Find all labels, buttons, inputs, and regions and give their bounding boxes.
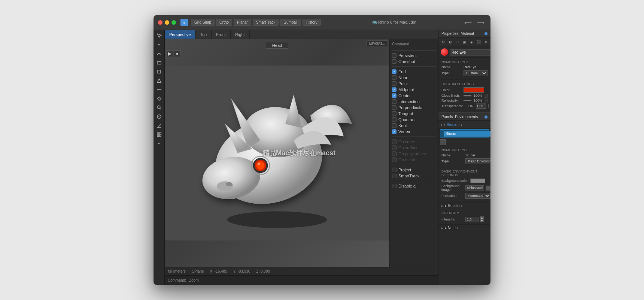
curve-tool[interactable] [155, 50, 163, 58]
transform-tool[interactable] [155, 94, 163, 103]
snap-one-shot-checkbox[interactable] [392, 59, 397, 64]
snap-one-shot[interactable]: One shot [392, 59, 436, 64]
intensity-up-btn[interactable]: ▲ [480, 216, 484, 219]
env-studio-item[interactable] [440, 129, 489, 138]
gloss-checkbox[interactable] [484, 94, 487, 98]
snap-near-checkbox[interactable] [392, 75, 397, 80]
type-selector[interactable]: Custom [464, 70, 487, 76]
snap-disable-all-checkbox[interactable] [392, 184, 397, 188]
snap-intersection[interactable]: Intersection [392, 99, 436, 104]
snap-end-checkbox[interactable] [392, 69, 397, 74]
material-name-input[interactable] [450, 49, 490, 56]
snap-on-mesh-checkbox[interactable] [392, 158, 397, 162]
ior-input[interactable] [476, 104, 486, 109]
material-tool-2[interactable]: ◐ [447, 39, 453, 45]
play-button[interactable]: ▶ [166, 50, 173, 57]
right-tab[interactable]: Right [231, 30, 250, 39]
env-type-select[interactable]: Basic Environment [465, 158, 490, 164]
snap-on-curve-checkbox[interactable] [392, 140, 397, 144]
snap-near[interactable]: Near [392, 75, 436, 80]
intensity-down-btn[interactable]: ▼ [480, 219, 484, 222]
gumball-button[interactable]: Gumball [280, 19, 301, 26]
front-tab[interactable]: Front [212, 30, 231, 39]
snap-tangent-checkbox[interactable] [392, 111, 397, 116]
grid-snap-button[interactable]: Grid Snap [191, 19, 215, 26]
draft-tool[interactable] [155, 122, 163, 130]
layout-tool[interactable] [155, 130, 163, 139]
render-tool[interactable] [155, 112, 163, 121]
snap-end[interactable]: End [392, 69, 436, 74]
snap-center[interactable]: Center [392, 93, 436, 98]
color-swatch[interactable] [464, 87, 484, 93]
snap-quadrant-checkbox[interactable] [392, 117, 397, 122]
material-tool-1[interactable]: ⚙ [440, 39, 446, 45]
nav-next-button[interactable]: ⟶ [476, 19, 486, 26]
snap-persistent-checkbox[interactable] [392, 53, 397, 58]
snap-vertex[interactable]: Vertex [392, 129, 436, 134]
snap-midpoint[interactable]: Midpoint [392, 87, 436, 92]
snap-tangent[interactable]: Tangent [392, 111, 436, 116]
ortho-button[interactable]: Ortho [216, 19, 232, 26]
bg-image-browse[interactable]: ... [486, 186, 490, 190]
layouts-button[interactable]: Layouts... [367, 40, 388, 46]
env-back-btn[interactable]: ‹ [441, 122, 442, 127]
solid-tool[interactable] [155, 68, 163, 76]
smart-track-button[interactable]: SmartTrack [253, 19, 279, 26]
material-tool-3[interactable]: □ [454, 39, 461, 45]
transparency-checkbox[interactable] [488, 104, 489, 108]
planar-button[interactable]: Planar [234, 19, 251, 26]
snap-on-polysurface-checkbox[interactable] [392, 152, 397, 156]
more-tools[interactable]: ▼ [155, 140, 163, 148]
point-tool[interactable]: ● [155, 40, 163, 49]
snap-on-polysurface[interactable]: On polysurface [392, 152, 436, 156]
material-tool-5[interactable]: ◈ [468, 39, 475, 45]
minimize-button[interactable] [165, 20, 169, 25]
snap-quadrant[interactable]: Quadrant [392, 117, 436, 122]
viewport-main[interactable]: Head Layouts... [165, 39, 389, 267]
snap-disable-all[interactable]: Disable all [392, 184, 436, 188]
analyze-tool[interactable] [155, 104, 163, 112]
material-tool-6[interactable]: ⬛ [476, 39, 482, 45]
snap-vertex-checkbox[interactable] [392, 129, 397, 134]
material-tool-4[interactable]: ▣ [461, 39, 468, 45]
record-button[interactable]: ● [174, 50, 180, 57]
top-tab[interactable]: Top [195, 30, 212, 39]
nav-prev-button[interactable]: ⟵ [463, 19, 473, 26]
material-tool-7[interactable]: ≡ [483, 39, 489, 45]
notes-section[interactable]: ▸ ▸ Notes [438, 225, 490, 231]
history-button[interactable]: History [303, 19, 321, 26]
mesh-tool[interactable] [155, 76, 163, 85]
perspective-tab[interactable]: Perspective [165, 30, 195, 39]
maximize-button[interactable] [171, 20, 176, 25]
snap-project[interactable]: Project [392, 168, 436, 172]
env-forward-btn[interactable]: › [444, 122, 445, 127]
snap-midpoint-checkbox[interactable] [392, 87, 397, 92]
snap-perpendicular[interactable]: Perpendicular [392, 105, 436, 110]
snap-point-checkbox[interactable] [392, 81, 397, 86]
surface-tool[interactable] [155, 58, 163, 67]
snap-smart-track[interactable]: SmartTrack [392, 174, 436, 178]
snap-intersection-checkbox[interactable] [392, 99, 397, 104]
env-breadcrumb-arrow[interactable]: › [461, 123, 462, 127]
env-add-btn[interactable]: + [440, 139, 446, 145]
select-tool[interactable] [155, 32, 163, 40]
snap-smart-track-checkbox[interactable] [392, 174, 397, 178]
dimension-tool[interactable] [155, 86, 163, 94]
snap-point[interactable]: Point [392, 81, 436, 86]
snap-perpendicular-checkbox[interactable] [392, 105, 397, 110]
snap-project-checkbox[interactable] [392, 168, 397, 172]
snap-on-surface[interactable]: On surface [392, 146, 436, 150]
reflectivity-slider[interactable] [464, 100, 471, 101]
intensity-input[interactable] [465, 217, 479, 222]
reflectivity-checkbox[interactable] [484, 99, 487, 102]
bg-color-swatch[interactable] [470, 178, 485, 183]
snap-knot[interactable]: Knot [392, 123, 436, 128]
snap-on-mesh[interactable]: On mesh [392, 158, 436, 162]
snap-on-curve[interactable]: On curve [392, 140, 436, 144]
snap-center-checkbox[interactable] [392, 93, 397, 98]
projection-select[interactable]: Automatic [465, 193, 490, 199]
gloss-slider[interactable] [464, 95, 471, 96]
snap-knot-checkbox[interactable] [392, 123, 397, 128]
close-button[interactable] [158, 20, 162, 25]
snap-persistent[interactable]: Persistent [392, 53, 436, 58]
